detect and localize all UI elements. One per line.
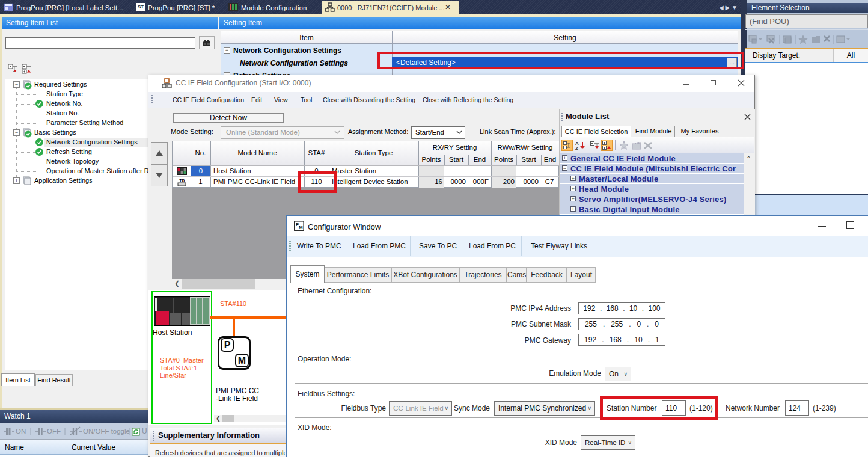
svg-text:M: M — [299, 225, 303, 230]
svg-text:U: U — [142, 427, 147, 435]
svg-text:OFF: OFF — [47, 428, 61, 435]
svg-text:Z: Z — [575, 146, 578, 150]
svg-text:ON: ON — [16, 428, 26, 435]
svg-text:ON/OFF toggle: ON/OFF toggle — [83, 428, 130, 435]
